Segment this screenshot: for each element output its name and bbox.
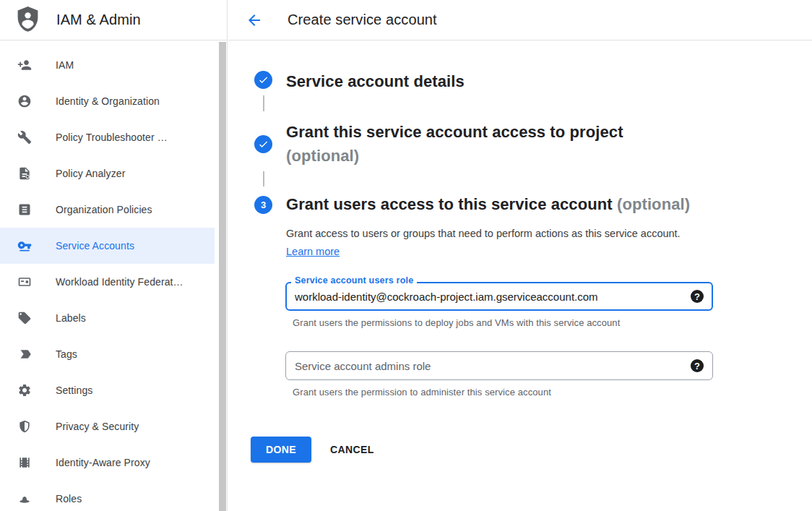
tag-icon xyxy=(17,310,33,326)
sidebar-item-label: Identity-Aware Proxy xyxy=(56,457,150,468)
step2-completed-check-icon xyxy=(254,135,272,153)
sidebar-item-policy-analyzer[interactable]: Policy Analyzer xyxy=(0,155,215,192)
gcp-console-window: IAM & Admin IAM Identity & Organization … xyxy=(0,0,812,511)
label-arrow-icon xyxy=(17,346,33,362)
step-connector xyxy=(263,95,264,111)
done-button[interactable]: DONE xyxy=(251,437,311,463)
sidebar-title: IAM & Admin xyxy=(56,12,141,28)
help-icon[interactable]: ? xyxy=(691,290,704,303)
sidebar-item-privacy-security[interactable]: Privacy & Security xyxy=(0,408,215,445)
sidebar-item-policy-troubleshooter[interactable]: Policy Troubleshooter … xyxy=(0,119,215,155)
users-role-input[interactable] xyxy=(287,283,681,309)
sidebar-item-labels[interactable]: Labels xyxy=(0,300,215,336)
sidebar-item-identity-aware-proxy[interactable]: Identity-Aware Proxy xyxy=(0,445,215,481)
sidebar-item-label: Workload Identity Federat… xyxy=(56,276,183,288)
learn-more-link[interactable]: Learn more xyxy=(286,246,340,257)
step3-description-text: Grant access to users or groups that nee… xyxy=(286,228,681,239)
wrench-icon xyxy=(17,129,33,145)
back-button[interactable] xyxy=(246,12,263,29)
users-role-field-label: Service account users role xyxy=(291,275,417,285)
sidebar-item-label: Labels xyxy=(56,312,86,324)
sidebar-item-label: Policy Troubleshooter … xyxy=(56,132,168,143)
sidebar-item-roles[interactable]: Roles xyxy=(0,481,215,511)
step2-title: Grant this service account access to pro… xyxy=(286,120,623,168)
shield-icon xyxy=(17,418,33,434)
sidebar-item-label: Policy Analyzer xyxy=(56,168,125,179)
admins-role-input[interactable] xyxy=(287,353,681,379)
sidebar-item-label: Roles xyxy=(56,493,82,504)
users-role-field: Service account users role ? xyxy=(285,282,713,311)
sidebar-item-service-accounts[interactable]: Service Accounts xyxy=(0,228,215,264)
step1-completed-check-icon xyxy=(254,71,272,89)
step3-number-badge: 3 xyxy=(254,196,272,214)
step2-title-text: Grant this service account access to pro… xyxy=(286,123,623,141)
badge-card-icon xyxy=(17,274,33,290)
sidebar-item-label: Tags xyxy=(56,348,77,360)
page-header: Create service account xyxy=(228,0,812,40)
sidebar-item-tags[interactable]: Tags xyxy=(0,336,215,372)
users-role-helper-text: Grant users the permissions to deploy jo… xyxy=(293,317,620,328)
step-connector xyxy=(263,171,264,186)
article-icon xyxy=(17,202,33,218)
hat-icon xyxy=(17,491,33,507)
page-title: Create service account xyxy=(288,12,437,28)
sidebar-item-label: Service Accounts xyxy=(56,240,134,252)
sidebar-header: IAM & Admin xyxy=(0,0,227,40)
step3-optional-label: (optional) xyxy=(617,195,690,213)
gear-icon xyxy=(17,382,33,398)
sidebar-item-iam[interactable]: IAM xyxy=(0,47,215,83)
sidebar-item-workload-identity-federation[interactable]: Workload Identity Federat… xyxy=(0,264,215,300)
sidebar-item-label: Identity & Organization xyxy=(56,95,160,107)
account-circle-icon xyxy=(17,93,33,109)
main-panel: Create service account Service account d… xyxy=(228,0,812,511)
sidebar-item-label: IAM xyxy=(56,59,74,71)
sidebar-item-label: Privacy & Security xyxy=(56,421,139,432)
step3-title-text: Grant users access to this service accou… xyxy=(286,195,613,213)
step3-title: Grant users access to this service accou… xyxy=(286,192,690,216)
step1-title: Service account details xyxy=(286,69,465,93)
sidebar-item-organization-policies[interactable]: Organization Policies xyxy=(0,192,215,228)
filmstrip-icon xyxy=(17,455,33,471)
iam-admin-sidebar: IAM & Admin IAM Identity & Organization … xyxy=(0,0,228,511)
sidebar-nav: IAM Identity & Organization Policy Troub… xyxy=(0,47,215,511)
step3-description: Grant access to users or groups that nee… xyxy=(286,225,682,261)
document-gear-icon xyxy=(17,166,33,181)
arrow-back-icon xyxy=(246,12,263,29)
sidebar-item-identity-organization[interactable]: Identity & Organization xyxy=(0,83,215,119)
person-add-icon xyxy=(17,57,33,73)
admins-role-field: ? xyxy=(285,351,713,380)
cancel-button[interactable]: CANCEL xyxy=(324,437,380,463)
iam-admin-shield-icon xyxy=(14,5,41,35)
sidebar-item-settings[interactable]: Settings xyxy=(0,372,215,408)
sidebar-scrollbar[interactable] xyxy=(219,42,226,511)
admins-role-helper-text: Grant users the permission to administer… xyxy=(293,387,551,398)
sidebar-item-label: Organization Policies xyxy=(56,204,152,215)
sidebar-item-label: Settings xyxy=(56,385,92,396)
create-service-account-form: Service account details Grant this servi… xyxy=(228,40,812,511)
help-icon[interactable]: ? xyxy=(691,359,704,372)
step2-optional-label: (optional) xyxy=(286,144,623,168)
step3-number: 3 xyxy=(261,199,266,210)
key-icon xyxy=(17,238,33,254)
